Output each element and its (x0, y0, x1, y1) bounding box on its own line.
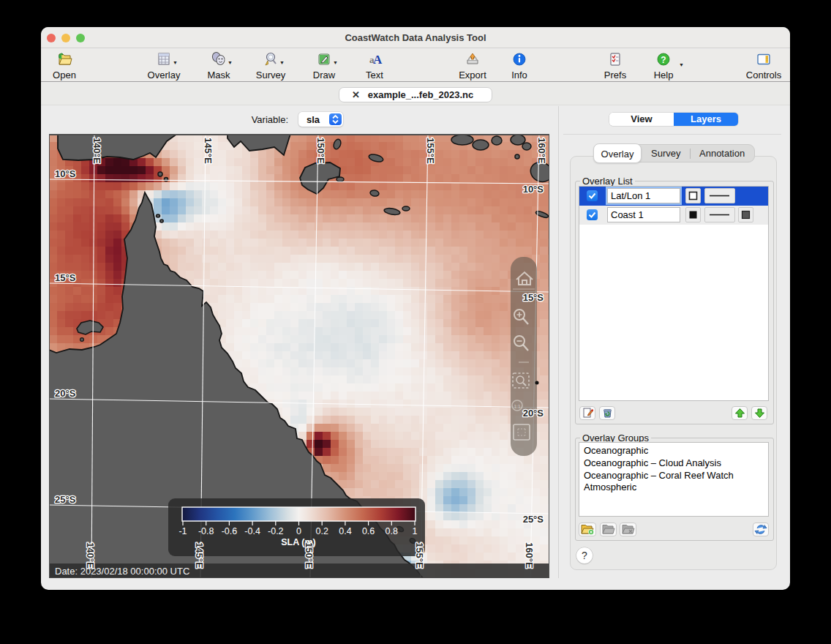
svg-text:0.2: 0.2 (316, 526, 328, 536)
svg-text:-0.6: -0.6 (222, 526, 238, 536)
svg-text:1: 1 (413, 526, 418, 536)
svg-text:10°S: 10°S (55, 168, 76, 179)
svg-text:20°S: 20°S (523, 408, 544, 419)
svg-text:0.8: 0.8 (386, 526, 398, 536)
svg-text:-0.4: -0.4 (244, 526, 260, 536)
svg-text:Date: 2023/02/18 00:00:00 UTC: Date: 2023/02/18 00:00:00 UTC (55, 566, 189, 577)
svg-text:A: A (373, 53, 383, 67)
svg-text:140°E: 140°E (85, 542, 96, 569)
svg-text:10°S: 10°S (523, 184, 544, 195)
svg-text:-0.8: -0.8 (198, 526, 214, 536)
svg-text:15°S: 15°S (523, 292, 544, 303)
svg-text:25°S: 25°S (55, 494, 76, 505)
svg-text:145°E: 145°E (203, 138, 214, 164)
svg-text:0: 0 (296, 526, 301, 536)
svg-text:150°E: 150°E (315, 138, 326, 164)
svg-text:?: ? (661, 55, 666, 65)
svg-text:160°E: 160°E (536, 138, 547, 164)
svg-text:150°E: 150°E (304, 542, 315, 569)
svg-text:0.6: 0.6 (362, 526, 375, 536)
svg-text:160°E: 160°E (524, 542, 535, 569)
svg-text:-1: -1 (178, 526, 187, 536)
svg-text:155°E: 155°E (414, 542, 425, 569)
svg-text:15°S: 15°S (55, 272, 76, 283)
svg-text:0.4: 0.4 (339, 526, 351, 536)
svg-text:140°E: 140°E (91, 138, 102, 164)
svg-text:155°E: 155°E (425, 138, 436, 164)
svg-text:25°S: 25°S (523, 514, 544, 525)
svg-text:-0.2: -0.2 (268, 526, 284, 536)
svg-text:145°E: 145°E (194, 542, 205, 569)
svg-text:1:1: 1:1 (514, 404, 520, 409)
svg-text:20°S: 20°S (55, 388, 76, 399)
